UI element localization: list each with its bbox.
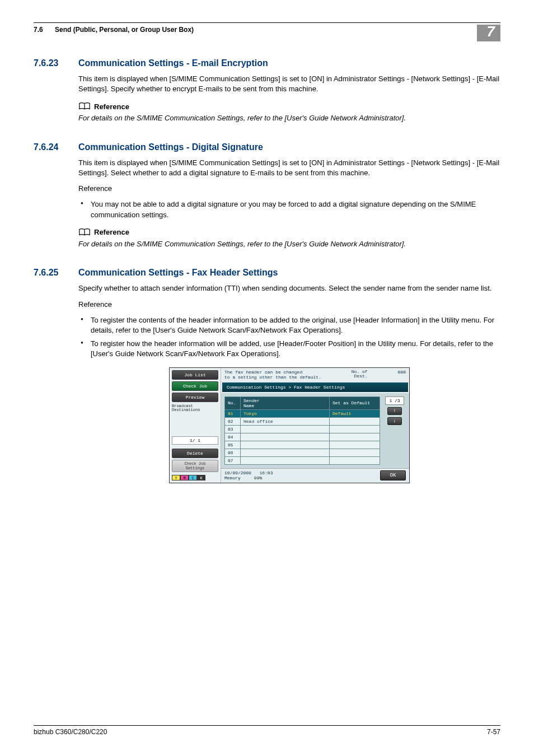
heading-num: 7.6.23 bbox=[34, 58, 78, 68]
reference-label: Reference bbox=[94, 102, 129, 111]
reference-label: Reference bbox=[94, 228, 129, 236]
heading-title: Communication Settings - Digital Signatu… bbox=[78, 142, 263, 152]
toner-indicator: Y M C K bbox=[172, 475, 218, 480]
left-sidebar: Job List Check Job Preview Broadcast Des… bbox=[170, 368, 221, 483]
table-row[interactable]: 05 bbox=[225, 441, 380, 449]
section-7-6-25: 7.6.25 Communication Settings - Fax Head… bbox=[34, 268, 500, 483]
memory-value: 99% bbox=[254, 475, 262, 480]
header-section-num: 7.6 bbox=[34, 26, 43, 34]
reference-subhead: Reference bbox=[78, 300, 500, 310]
body-text: Specify whether to attach sender informa… bbox=[78, 283, 500, 293]
check-job-button[interactable]: Check Job bbox=[172, 381, 218, 391]
header-section-title: Send (Public, Personal, or Group User Bo… bbox=[55, 26, 194, 34]
body-text: This item is displayed when [S/MIME Comm… bbox=[78, 158, 500, 178]
page-header: 7.6 Send (Public, Personal, or Group Use… bbox=[34, 25, 500, 41]
section-7-6-23: 7.6.23 Communication Settings - E-mail E… bbox=[34, 58, 500, 123]
heading-num: 7.6.24 bbox=[34, 142, 78, 152]
sender-table: No. Sender Name Set as Default 01 Tokyo … bbox=[224, 396, 380, 465]
fax-header-settings-panel: Job List Check Job Preview Broadcast Des… bbox=[169, 367, 410, 483]
reference-text: For details on the S/MIME Communication … bbox=[78, 113, 500, 123]
table-row[interactable]: 06 bbox=[225, 449, 380, 456]
bullet-item: To register the contents of the header i… bbox=[78, 315, 500, 335]
page-footer: bizhub C360/C280/C220 7-57 bbox=[34, 725, 500, 736]
toner-c-icon: C bbox=[189, 475, 197, 480]
panel-message: The fax header can be changed to a setti… bbox=[224, 370, 321, 380]
reference-subhead: Reference bbox=[78, 184, 500, 194]
delete-button[interactable]: Delete bbox=[172, 449, 218, 458]
col-default: Set as Default bbox=[330, 396, 380, 409]
footer-model: bizhub C360/C280/C220 bbox=[34, 728, 107, 736]
heading-num: 7.6.25 bbox=[34, 268, 78, 278]
scroll-up-button[interactable]: ↑ bbox=[387, 407, 402, 415]
toner-k-icon: K bbox=[197, 475, 205, 480]
heading-title: Communication Settings - Fax Header Sett… bbox=[78, 268, 278, 278]
body-text: This item is displayed when [S/MIME Comm… bbox=[78, 74, 500, 94]
dest-label: No. of Dest. bbox=[352, 370, 368, 380]
toner-y-icon: Y bbox=[172, 475, 180, 480]
page-count: 1/ 1 bbox=[172, 436, 218, 445]
chapter-badge: 7 bbox=[477, 25, 500, 41]
footer-page: 7-57 bbox=[487, 728, 500, 736]
page-indicator: 1 /3 bbox=[385, 396, 404, 405]
preview-button[interactable]: Preview bbox=[172, 393, 218, 402]
check-job-settings-button[interactable]: Check Job Settings bbox=[172, 460, 218, 472]
col-sender-name: Sender Name bbox=[241, 396, 330, 409]
broadcast-label: Broadcast Destinations bbox=[172, 404, 218, 413]
heading-title: Communication Settings - E-mail Encrypti… bbox=[78, 58, 268, 68]
scroll-down-button[interactable]: ↓ bbox=[387, 417, 402, 425]
date-value: 10/09/2008 bbox=[224, 470, 251, 475]
bullet-item: You may not be able to add a digital sig… bbox=[78, 199, 500, 220]
book-icon bbox=[78, 102, 91, 111]
dest-count: 000 bbox=[398, 370, 406, 375]
bullet-item: To register how the header information w… bbox=[78, 339, 500, 359]
table-row[interactable]: 02 Head office bbox=[225, 417, 380, 425]
book-icon bbox=[78, 228, 91, 237]
job-list-button[interactable]: Job List bbox=[172, 370, 218, 380]
time-value: 16:03 bbox=[259, 470, 273, 475]
section-7-6-24: 7.6.24 Communication Settings - Digital … bbox=[34, 142, 500, 249]
breadcrumb: Communication Settings > Fax Header Sett… bbox=[222, 382, 408, 392]
table-row[interactable]: 01 Tokyo Default bbox=[225, 409, 380, 417]
memory-label: Memory bbox=[224, 475, 241, 480]
reference-text: For details on the S/MIME Communication … bbox=[78, 239, 500, 249]
table-row[interactable]: 04 bbox=[225, 433, 380, 441]
toner-m-icon: M bbox=[180, 475, 189, 480]
ok-button[interactable]: OK bbox=[380, 470, 406, 480]
table-row[interactable]: 07 bbox=[225, 456, 380, 464]
col-no: No. bbox=[225, 396, 241, 409]
table-row[interactable]: 03 bbox=[225, 425, 380, 433]
